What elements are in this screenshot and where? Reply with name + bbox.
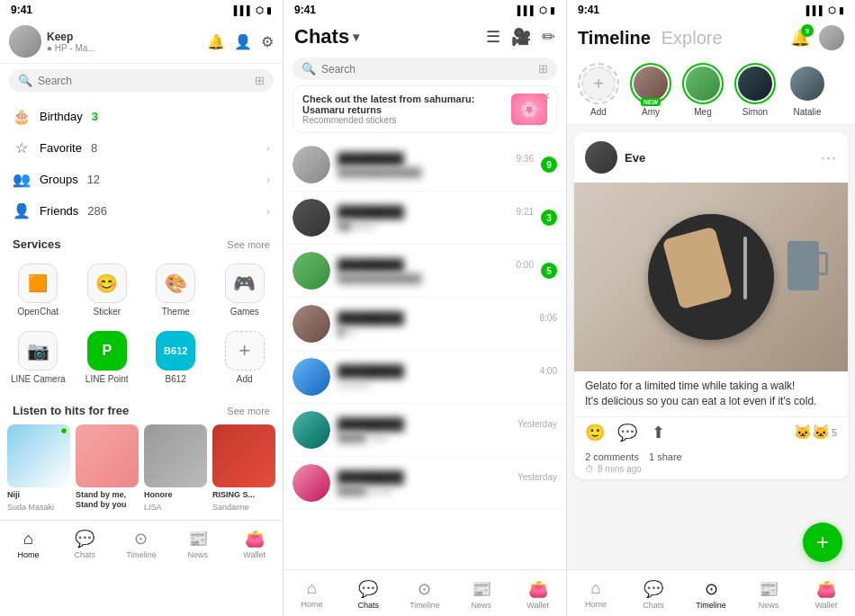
service-line-point[interactable]: P LINE Point: [75, 326, 140, 389]
music-stand[interactable]: Stand by me, Stand by you: [76, 424, 139, 513]
menu-birthday[interactable]: 🎂 Birthday 3: [0, 101, 283, 132]
timeline-nav-label: Timeline: [410, 601, 440, 610]
post-actions: 🙂 💬 ⬆ 🐱🐱 5: [574, 416, 848, 448]
service-theme[interactable]: 🎨 Theme: [143, 258, 209, 322]
chat-item[interactable]: ████████ 9:36 ████████████ 9: [284, 138, 566, 192]
nav-news[interactable]: 📰 News: [169, 529, 226, 559]
promo-banner[interactable]: Check out the latest from sahumaru: Usam…: [292, 85, 557, 133]
home-nav-icon: ⌂: [591, 579, 601, 598]
story-amy[interactable]: NEW Amy: [630, 63, 671, 117]
post-image: [574, 183, 848, 371]
share-icon[interactable]: ⬆: [652, 423, 665, 442]
service-sticker[interactable]: 😊 Sticker: [75, 258, 140, 322]
user-sub: ● HP - Ma...: [47, 43, 202, 53]
wifi-icon: ⬡: [828, 5, 836, 15]
search-filter-icon[interactable]: ⊞: [255, 74, 265, 87]
music-niji[interactable]: Niji Suda Masaki: [7, 424, 70, 513]
wallet-nav-label: Wallet: [526, 601, 549, 610]
settings-icon[interactable]: ⚙: [261, 33, 274, 50]
search-input[interactable]: [38, 75, 249, 87]
post-more-button[interactable]: ···: [821, 148, 837, 167]
comment-icon[interactable]: 💬: [617, 423, 637, 442]
chats-header: Chats ▾ ☰ 🎥 ✏: [284, 20, 566, 54]
home-search-bar[interactable]: 🔍 ⊞: [9, 69, 274, 92]
nav-timeline[interactable]: ⊙ Timeline: [397, 579, 454, 610]
story-avatar-meg: [686, 67, 720, 101]
wallet-nav-icon: 👛: [528, 579, 548, 599]
emoji-react-icon[interactable]: 🙂: [585, 423, 605, 442]
music-honore[interactable]: Honore LISA: [144, 424, 207, 513]
menu-groups[interactable]: 👥 Groups 12 ›: [0, 164, 283, 195]
theme-icon: 🎨: [156, 263, 195, 303]
service-games[interactable]: 🎮 Games: [212, 258, 278, 322]
service-add[interactable]: + Add: [212, 326, 278, 389]
chats-title-group[interactable]: Chats ▾: [294, 25, 359, 49]
avatar[interactable]: [9, 25, 41, 58]
music-thumb-niji: [7, 424, 70, 487]
music-title-honore: Honore: [144, 490, 207, 500]
menu-favorite[interactable]: ☆ Favorite 8 ›: [0, 132, 283, 164]
music-rising[interactable]: RISING S... Sandaime: [212, 424, 275, 513]
nav-chats[interactable]: 💬 Chats: [57, 529, 113, 559]
sticker-label: Sticker: [93, 307, 121, 317]
music-see-more[interactable]: See more: [227, 406, 270, 416]
chat-item[interactable]: ████████ Yesterday ████ kend!: [284, 457, 566, 510]
search-filter-icon[interactable]: ⊞: [538, 62, 548, 76]
nav-chats[interactable]: 💬 Chats: [625, 579, 682, 610]
post-username: Eve: [625, 151, 814, 165]
story-avatar-simon: [738, 67, 772, 101]
new-chat-icon[interactable]: 🎥: [511, 27, 531, 47]
chat-item[interactable]: ████████ 8:06 █ w...: [284, 298, 566, 351]
nav-news[interactable]: 📰 News: [453, 579, 509, 610]
chats-search-input[interactable]: [321, 63, 533, 76]
bell-icon[interactable]: 🔔: [207, 33, 225, 50]
nav-wallet[interactable]: 👛 Wallet: [226, 529, 283, 559]
promo-close-button[interactable]: ✕: [542, 90, 551, 103]
nav-home[interactable]: ⌂ Home: [567, 579, 625, 609]
nav-home[interactable]: ⌂ Home: [284, 579, 340, 609]
tab-timeline[interactable]: Timeline: [578, 28, 651, 49]
services-see-more[interactable]: See more: [227, 239, 270, 250]
clock-icon: ⏱: [585, 464, 594, 474]
service-line-camera[interactable]: 📷 LINE Camera: [5, 326, 71, 389]
chat-item[interactable]: ████████ 0:00 ████████████ 5: [284, 245, 566, 298]
post-user-info: Eve: [625, 151, 814, 165]
chats-nav-icon: 💬: [75, 529, 94, 549]
service-b612[interactable]: B612 B612: [143, 326, 209, 389]
panel-chats: 9:41 ▌▌▌ ⬡ ▮ Chats ▾ ☰ 🎥 ✏ 🔍 ⊞ Check out…: [284, 0, 567, 616]
bottom-nav-chats: ⌂ Home 💬 Chats ⊙ Timeline 📰 News 👛 Walle…: [284, 569, 566, 616]
theme-label: Theme: [162, 307, 190, 317]
add-service-icon: +: [225, 331, 265, 370]
fab-button[interactable]: +: [803, 522, 842, 562]
compose-icon[interactable]: ✏: [542, 27, 555, 47]
chat-item[interactable]: ████████ Yesterday ████ chat: [284, 404, 566, 457]
nav-wallet[interactable]: 👛 Wallet: [797, 579, 855, 610]
chevron-icon: ›: [266, 205, 270, 218]
nav-timeline[interactable]: ⊙ Timeline: [113, 529, 170, 559]
nav-news[interactable]: 📰 News: [740, 579, 797, 610]
chat-time: 4:00: [540, 366, 557, 376]
chat-item[interactable]: ████████ 4:00 reunion: [284, 351, 566, 404]
filter-icon[interactable]: ☰: [486, 27, 500, 47]
search-icon: 🔍: [302, 62, 316, 76]
add-friend-icon[interactable]: 👤: [234, 33, 252, 50]
menu-friends[interactable]: 👤 Friends 286 ›: [0, 195, 283, 227]
chats-dropdown-arrow: ▾: [353, 30, 359, 44]
nav-chats[interactable]: 💬 Chats: [340, 579, 397, 610]
openchat-label: OpenChat: [17, 307, 58, 317]
nav-home[interactable]: ⌂ Home: [0, 530, 57, 559]
story-ring-simon: [734, 63, 776, 104]
story-natalie[interactable]: Natalie: [787, 63, 828, 117]
chats-search-bar[interactable]: 🔍 ⊞: [292, 58, 557, 80]
chats-nav-label: Chats: [357, 601, 379, 610]
nav-wallet[interactable]: 👛 Wallet: [509, 579, 566, 610]
story-add[interactable]: + Add: [578, 63, 619, 117]
story-meg[interactable]: Meg: [682, 63, 724, 117]
chevron-icon: ›: [266, 142, 270, 155]
nav-timeline[interactable]: ⊙ Timeline: [682, 579, 740, 610]
story-simon[interactable]: Simon: [734, 63, 776, 117]
chat-item[interactable]: ████████ 9:21 ██ later! 3: [284, 192, 566, 245]
timeline-user-avatar[interactable]: [819, 25, 844, 50]
service-openchat[interactable]: 🟧 OpenChat: [5, 258, 71, 322]
tab-explore[interactable]: Explore: [662, 28, 723, 49]
